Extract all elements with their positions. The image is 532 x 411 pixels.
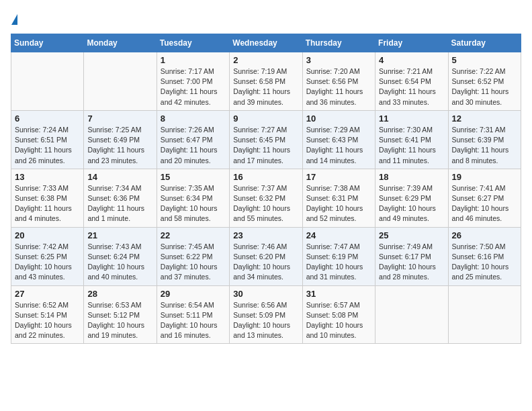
day-info: Sunrise: 6:57 AMSunset: 5:08 PMDaylight:…	[306, 300, 371, 341]
logo-triangle-icon	[11, 14, 17, 25]
calendar-cell: 26Sunrise: 7:50 AMSunset: 6:16 PMDayligh…	[448, 227, 521, 285]
day-of-week-header: Sunday	[11, 34, 84, 52]
calendar-table: SundayMondayTuesdayWednesdayThursdayFrid…	[11, 34, 521, 344]
calendar-cell: 7Sunrise: 7:25 AMSunset: 6:49 PMDaylight…	[84, 110, 157, 169]
calendar-cell: 9Sunrise: 7:27 AMSunset: 6:45 PMDaylight…	[230, 110, 302, 169]
day-info: Sunrise: 7:41 AMSunset: 6:27 PMDaylight:…	[452, 183, 517, 224]
calendar-week-row: 27Sunrise: 6:52 AMSunset: 5:14 PMDayligh…	[11, 285, 521, 344]
calendar-cell: 14Sunrise: 7:34 AMSunset: 6:36 PMDayligh…	[84, 169, 157, 227]
day-info: Sunrise: 7:21 AMSunset: 6:54 PMDaylight:…	[379, 66, 444, 107]
day-info: Sunrise: 7:34 AMSunset: 6:36 PMDaylight:…	[87, 183, 152, 224]
day-info: Sunrise: 6:54 AMSunset: 5:11 PMDaylight:…	[161, 300, 226, 341]
day-info: Sunrise: 7:38 AMSunset: 6:31 PMDaylight:…	[306, 183, 371, 224]
calendar-cell: 1Sunrise: 7:17 AMSunset: 7:00 PMDaylight…	[157, 52, 229, 111]
day-number: 31	[306, 289, 371, 299]
calendar-cell: 18Sunrise: 7:39 AMSunset: 6:29 PMDayligh…	[375, 169, 448, 227]
calendar-week-row: 13Sunrise: 7:33 AMSunset: 6:38 PMDayligh…	[11, 169, 521, 227]
day-info: Sunrise: 7:17 AMSunset: 7:00 PMDaylight:…	[161, 66, 226, 107]
calendar-cell: 22Sunrise: 7:45 AMSunset: 6:22 PMDayligh…	[157, 227, 229, 285]
day-of-week-header: Monday	[84, 34, 157, 52]
day-info: Sunrise: 7:37 AMSunset: 6:32 PMDaylight:…	[233, 183, 298, 224]
day-number: 20	[15, 230, 80, 240]
calendar-cell: 19Sunrise: 7:41 AMSunset: 6:27 PMDayligh…	[448, 169, 521, 227]
day-info: Sunrise: 6:56 AMSunset: 5:09 PMDaylight:…	[233, 300, 298, 341]
calendar-cell: 20Sunrise: 7:42 AMSunset: 6:25 PMDayligh…	[11, 227, 84, 285]
calendar-cell: 3Sunrise: 7:20 AMSunset: 6:56 PMDaylight…	[302, 52, 375, 111]
day-info: Sunrise: 7:46 AMSunset: 6:20 PMDaylight:…	[233, 242, 298, 283]
logo	[11, 11, 17, 27]
day-info: Sunrise: 7:50 AMSunset: 6:16 PMDaylight:…	[452, 242, 517, 283]
day-of-week-header: Tuesday	[157, 34, 229, 52]
day-info: Sunrise: 7:26 AMSunset: 6:47 PMDaylight:…	[161, 125, 226, 166]
calendar-cell: 8Sunrise: 7:26 AMSunset: 6:47 PMDaylight…	[157, 110, 229, 169]
calendar-cell	[11, 52, 84, 111]
calendar-cell	[448, 285, 521, 344]
day-number: 21	[87, 230, 152, 240]
calendar-cell: 15Sunrise: 7:35 AMSunset: 6:34 PMDayligh…	[157, 169, 229, 227]
calendar-cell	[375, 285, 448, 344]
day-number: 13	[15, 172, 80, 182]
calendar-cell: 21Sunrise: 7:43 AMSunset: 6:24 PMDayligh…	[84, 227, 157, 285]
calendar-cell: 13Sunrise: 7:33 AMSunset: 6:38 PMDayligh…	[11, 169, 84, 227]
day-info: Sunrise: 7:22 AMSunset: 6:52 PMDaylight:…	[452, 66, 517, 107]
calendar-cell: 16Sunrise: 7:37 AMSunset: 6:32 PMDayligh…	[230, 169, 302, 227]
page-header	[11, 11, 521, 27]
day-number: 4	[379, 55, 444, 65]
day-number: 27	[15, 289, 80, 299]
day-number: 30	[233, 289, 298, 299]
day-number: 26	[452, 230, 517, 240]
day-info: Sunrise: 7:35 AMSunset: 6:34 PMDaylight:…	[161, 183, 226, 224]
day-number: 10	[306, 113, 371, 124]
day-number: 14	[87, 172, 152, 182]
day-number: 2	[233, 55, 298, 65]
day-info: Sunrise: 6:52 AMSunset: 5:14 PMDaylight:…	[15, 300, 80, 341]
calendar-cell: 6Sunrise: 7:24 AMSunset: 6:51 PMDaylight…	[11, 110, 84, 169]
day-number: 11	[379, 113, 444, 124]
day-number: 5	[452, 55, 517, 65]
calendar-week-row: 1Sunrise: 7:17 AMSunset: 7:00 PMDaylight…	[11, 52, 521, 111]
day-number: 8	[161, 113, 226, 124]
calendar-cell: 28Sunrise: 6:53 AMSunset: 5:12 PMDayligh…	[84, 285, 157, 344]
calendar-cell: 29Sunrise: 6:54 AMSunset: 5:11 PMDayligh…	[157, 285, 229, 344]
calendar-cell: 11Sunrise: 7:30 AMSunset: 6:41 PMDayligh…	[375, 110, 448, 169]
day-of-week-header: Saturday	[448, 34, 521, 52]
day-info: Sunrise: 6:53 AMSunset: 5:12 PMDaylight:…	[87, 300, 152, 341]
day-number: 19	[452, 172, 517, 182]
day-info: Sunrise: 7:31 AMSunset: 6:39 PMDaylight:…	[452, 125, 517, 166]
day-info: Sunrise: 7:20 AMSunset: 6:56 PMDaylight:…	[306, 66, 371, 107]
day-number: 29	[161, 289, 226, 299]
day-info: Sunrise: 7:29 AMSunset: 6:43 PMDaylight:…	[306, 125, 371, 166]
day-number: 23	[233, 230, 298, 240]
day-info: Sunrise: 7:47 AMSunset: 6:19 PMDaylight:…	[306, 242, 371, 283]
calendar-week-row: 20Sunrise: 7:42 AMSunset: 6:25 PMDayligh…	[11, 227, 521, 285]
calendar-cell: 10Sunrise: 7:29 AMSunset: 6:43 PMDayligh…	[302, 110, 375, 169]
day-number: 9	[233, 113, 298, 124]
day-of-week-header: Wednesday	[230, 34, 302, 52]
day-number: 3	[306, 55, 371, 65]
calendar-cell: 5Sunrise: 7:22 AMSunset: 6:52 PMDaylight…	[448, 52, 521, 111]
day-number: 28	[87, 289, 152, 299]
day-info: Sunrise: 7:42 AMSunset: 6:25 PMDaylight:…	[15, 242, 80, 283]
day-number: 1	[161, 55, 226, 65]
day-info: Sunrise: 7:45 AMSunset: 6:22 PMDaylight:…	[161, 242, 226, 283]
day-number: 24	[306, 230, 371, 240]
day-number: 15	[161, 172, 226, 182]
day-info: Sunrise: 7:19 AMSunset: 6:58 PMDaylight:…	[233, 66, 298, 107]
calendar-cell: 27Sunrise: 6:52 AMSunset: 5:14 PMDayligh…	[11, 285, 84, 344]
calendar-cell: 24Sunrise: 7:47 AMSunset: 6:19 PMDayligh…	[302, 227, 375, 285]
calendar-header-row: SundayMondayTuesdayWednesdayThursdayFrid…	[11, 34, 521, 52]
calendar-week-row: 6Sunrise: 7:24 AMSunset: 6:51 PMDaylight…	[11, 110, 521, 169]
calendar-cell: 4Sunrise: 7:21 AMSunset: 6:54 PMDaylight…	[375, 52, 448, 111]
calendar-cell: 31Sunrise: 6:57 AMSunset: 5:08 PMDayligh…	[302, 285, 375, 344]
calendar-cell: 30Sunrise: 6:56 AMSunset: 5:09 PMDayligh…	[230, 285, 302, 344]
day-info: Sunrise: 7:25 AMSunset: 6:49 PMDaylight:…	[87, 125, 152, 166]
day-info: Sunrise: 7:43 AMSunset: 6:24 PMDaylight:…	[87, 242, 152, 283]
calendar-cell: 12Sunrise: 7:31 AMSunset: 6:39 PMDayligh…	[448, 110, 521, 169]
day-info: Sunrise: 7:39 AMSunset: 6:29 PMDaylight:…	[379, 183, 444, 224]
day-number: 17	[306, 172, 371, 182]
day-number: 7	[87, 113, 152, 124]
day-number: 18	[379, 172, 444, 182]
calendar-cell: 25Sunrise: 7:49 AMSunset: 6:17 PMDayligh…	[375, 227, 448, 285]
calendar-cell: 23Sunrise: 7:46 AMSunset: 6:20 PMDayligh…	[230, 227, 302, 285]
calendar-cell: 2Sunrise: 7:19 AMSunset: 6:58 PMDaylight…	[230, 52, 302, 111]
